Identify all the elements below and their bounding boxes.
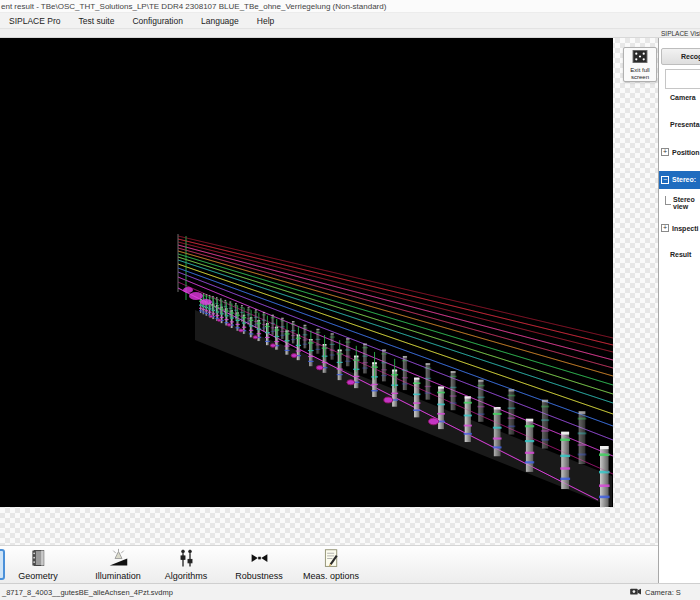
preview-box	[665, 69, 700, 89]
toolbar-label-algorithms: Algorithms	[158, 571, 214, 581]
toolbar-item-robustness[interactable]: Robustness	[228, 548, 290, 582]
sidebar-item-stereo-selected[interactable]: − Stereo:	[659, 171, 700, 189]
toolbar-item-meas-options[interactable]: Meas. options	[298, 548, 364, 582]
illumination-icon	[108, 548, 129, 569]
title-bar: ent result - TBe\OSC_THT_Solutions_LP\TE…	[0, 0, 700, 13]
status-file-path: _8717_8_4003__gutesBE_alleAchsen_4Pzt.sv…	[2, 588, 173, 597]
camera-icon	[630, 587, 642, 597]
sidebar-item-result[interactable]: Result	[670, 251, 691, 258]
menu-item-configuration[interactable]: Configuration	[123, 14, 192, 27]
robustness-icon	[249, 548, 270, 569]
exit-full-screen-button[interactable]: Exit full screen	[623, 47, 657, 82]
menu-item-help[interactable]: Help	[248, 14, 283, 27]
menu-item-language[interactable]: Language	[192, 14, 248, 27]
sidebar-item-position[interactable]: Position	[672, 149, 700, 156]
recognition-panel-header[interactable]: Recog	[661, 48, 700, 65]
sidebar-item-inspection[interactable]: Inspecti	[672, 225, 698, 232]
settings-sidebar: Recog Camera Presenta + Position − Stere…	[658, 38, 700, 583]
status-bar: _8717_8_4003__gutesBE_alleAchsen_4Pzt.sv…	[0, 583, 700, 600]
expand-icon-inspection[interactable]: +	[661, 224, 669, 232]
stereo-view-line2: view	[673, 203, 695, 210]
toolbar-label-meas-options: Meas. options	[298, 571, 364, 581]
toolbar-item-illumination[interactable]: Illumination	[85, 548, 151, 582]
exit-full-screen-icon	[632, 50, 648, 63]
header-strip: SIPLACE Vision d	[0, 29, 700, 38]
algorithms-icon	[176, 548, 197, 569]
sidebar-item-stereo-view[interactable]: Stereo view	[673, 196, 695, 210]
image-viewport-area	[0, 38, 658, 545]
partial-toolbar-item[interactable]	[0, 549, 5, 580]
tree-connector	[665, 196, 671, 205]
menu-item-siplace-pro[interactable]: SIPLACE Pro	[0, 14, 70, 27]
toolbar-item-geometry[interactable]: Geometry	[8, 548, 68, 582]
menu-item-test-suite[interactable]: Test suite	[70, 14, 124, 27]
window-title: ent result - TBe\OSC_THT_Solutions_LP\TE…	[1, 2, 386, 11]
status-camera: Camera: S	[630, 587, 681, 597]
sidebar-item-stereo-label: Stereo:	[672, 176, 696, 183]
stereo-view-line1: Stereo	[673, 196, 695, 203]
sidebar-item-camera[interactable]: Camera	[670, 94, 696, 101]
bottom-toolbar: Geometry Illumination Algorithms	[0, 545, 658, 583]
app-window: ent result - TBe\OSC_THT_Solutions_LP\TE…	[0, 0, 700, 600]
toolbar-label-illumination: Illumination	[85, 571, 151, 581]
sidebar-item-presentation[interactable]: Presenta	[670, 121, 700, 128]
vision-tab-title: SIPLACE Vision d	[661, 30, 700, 37]
meas-options-icon	[321, 548, 342, 569]
toolbar-item-algorithms[interactable]: Algorithms	[158, 548, 214, 582]
toolbar-label-geometry: Geometry	[8, 571, 68, 581]
menu-bar: SIPLACE Pro Test suite Configuration Lan…	[0, 13, 700, 29]
status-camera-label: Camera: S	[645, 588, 681, 597]
exit-full-screen-label-2: screen	[624, 74, 656, 81]
toolbar-label-robustness: Robustness	[228, 571, 290, 581]
geometry-icon	[28, 548, 49, 569]
collapse-icon-stereo[interactable]: −	[661, 176, 669, 184]
expand-icon-position[interactable]: +	[661, 148, 669, 156]
stereo-3d-view[interactable]	[0, 38, 613, 507]
